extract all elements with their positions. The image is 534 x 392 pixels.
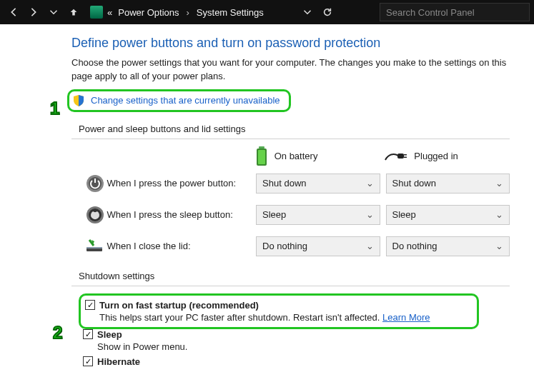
column-header-plugged-label: Plugged in [414,151,458,161]
plug-icon [384,150,408,163]
column-headers-row: On battery Plugged in [71,146,510,166]
setting-row-sleep-button: When I press the sleep button: Sleep ⌄ S… [71,205,510,225]
change-settings-link[interactable]: Change settings that are currently unava… [91,95,280,106]
option-block-hibernate: ✓ Hibernate [83,356,510,367]
annotation-number-2: 2 [53,323,62,343]
checkbox-sleep[interactable]: ✓ [83,329,93,339]
chevron-down-icon: ⌄ [366,178,374,189]
dropdown-power-button-battery[interactable]: Shut down ⌄ [256,174,380,194]
chevron-down-icon: ⌄ [495,241,503,251]
page-description: Choose the power settings that you want … [71,56,510,84]
svg-rect-5 [404,156,407,158]
breadcrumb-item-system-settings[interactable]: System Settings [195,7,265,18]
chevron-down-icon: ⌄ [495,178,503,189]
section-header-shutdown: Shutdown settings [71,268,510,286]
setting-label-power-button: When I press the power button: [107,178,256,189]
chevron-down-icon: ⌄ [366,209,374,220]
nav-history-dropdown[interactable] [44,3,63,21]
option-sub-sleep: Show in Power menu. [97,340,510,352]
search-placeholder: Search Control Panel [386,7,475,18]
dropdown-sleep-button-plugged[interactable]: Sleep ⌄ [386,205,510,225]
column-header-plugged: Plugged in [384,150,510,163]
change-settings-callout: Change settings that are currently unava… [67,89,291,112]
breadcrumb-item-power-options[interactable]: Power Options [117,7,180,18]
option-title-sleep: Sleep [97,329,122,340]
svg-rect-4 [404,154,407,156]
option-block-sleep: ✓ Sleep Show in Power menu. [83,329,510,352]
svg-rect-11 [86,247,102,248]
option-title-fast-startup: Turn on fast startup (recommended) [99,300,259,311]
setting-label-close-lid: When I close the lid: [107,241,256,251]
setting-row-close-lid: When I close the lid: Do nothing ⌄ Do no… [71,236,510,256]
option-title-hibernate: Hibernate [97,356,140,367]
setting-row-power-button: When I press the power button: Shut down… [71,174,510,194]
annotation-number-1: 1 [50,99,59,119]
page-title: Define power buttons and turn on passwor… [71,36,510,51]
svg-rect-2 [258,150,265,164]
dropdown-close-lid-battery[interactable]: Do nothing ⌄ [256,236,380,256]
column-header-battery-label: On battery [275,151,318,161]
breadcrumb-prefix: « [106,7,114,18]
section-header-buttons-lid: Power and sleep buttons and lid settings [71,121,510,139]
chevron-right-icon: › [184,7,192,18]
learn-more-link[interactable]: Learn More [382,312,430,323]
sleep-button-icon [83,206,107,224]
checkbox-fast-startup[interactable]: ✓ [85,300,95,310]
address-dropdown-button[interactable] [298,3,317,21]
uac-shield-icon [72,94,85,107]
battery-icon [254,146,269,166]
explorer-nav-bar: « Power Options › System Settings Search… [0,0,534,24]
chevron-down-icon: ⌄ [366,241,374,251]
refresh-button[interactable] [318,3,337,21]
control-panel-icon [90,6,103,19]
svg-rect-3 [397,154,404,159]
search-input[interactable]: Search Control Panel [380,3,530,21]
nav-up-button[interactable] [64,3,83,21]
setting-label-sleep-button: When I press the sleep button: [107,209,256,220]
dropdown-close-lid-plugged[interactable]: Do nothing ⌄ [386,236,510,256]
fast-startup-callout: ✓ Turn on fast startup (recommended) Thi… [79,293,479,329]
dropdown-sleep-button-battery[interactable]: Sleep ⌄ [256,205,380,225]
close-lid-icon [83,238,107,254]
dropdown-power-button-plugged[interactable]: Shut down ⌄ [386,174,510,194]
checkbox-hibernate[interactable]: ✓ [83,356,93,366]
option-sub-fast-startup: This helps start your PC faster after sh… [99,311,465,323]
nav-forward-button[interactable] [24,3,43,21]
svg-rect-0 [259,146,264,149]
nav-back-button[interactable] [4,3,23,21]
power-button-icon [83,174,107,193]
address-bar[interactable]: « Power Options › System Settings [87,3,268,21]
column-header-battery: On battery [254,146,380,166]
chevron-down-icon: ⌄ [495,209,503,220]
